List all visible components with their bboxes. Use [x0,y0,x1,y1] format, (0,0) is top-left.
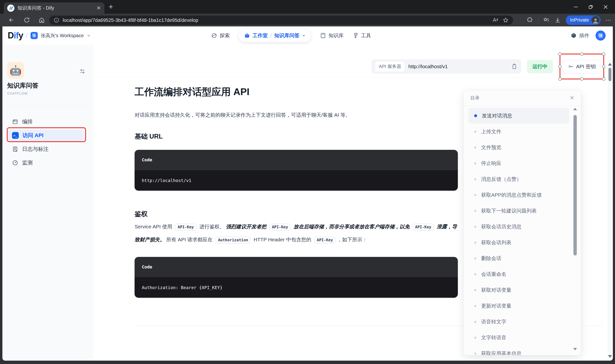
nav-plugins[interactable]: 插件 [571,32,589,39]
header-right: 插件 张 [571,26,606,45]
screen: if 知识库问答 - Dify ✕ + [0,0,615,364]
main-content: API 服务器 http://localhost/v1 运行中 API 密钥 [93,45,613,361]
toc-item-label: 获取APP的消息点赞和反馈 [481,192,542,198]
extensions-icon[interactable] [527,17,533,23]
collections-icon[interactable] [543,17,550,23]
toc-item-dot-icon [474,178,476,180]
page-scroll-up-arrow[interactable] [608,63,612,65]
inprivate-badge[interactable]: InPrivate [566,15,601,25]
api-server-url: http://localhost/v1 [408,64,511,69]
nav-studio[interactable]: 工作室 [253,32,268,39]
scroll-up-arrow[interactable] [573,108,577,110]
sidebar-item-orchestrate[interactable]: 编排 [8,116,84,128]
scroll-down-arrow[interactable] [573,348,577,350]
page-scroll-down-arrow[interactable] [608,355,612,358]
auth-text: 进行鉴权。 [198,224,226,229]
toc-scroll-thumb[interactable] [574,115,577,256]
toc-item[interactable]: 文件预览 [468,140,569,155]
toc-scrollbar[interactable] [573,108,577,352]
toc-item-label: 发送对话消息 [482,112,512,119]
toc-item[interactable]: 文字转语音 [468,330,569,346]
close-button[interactable] [598,1,613,13]
toc-panel: 目录 ✕ 发送对话消息上传文件文件预览停止响应消息反馈（点赞）获取APP的消息点… [463,90,581,355]
toc-item[interactable]: 发送对话消息 [468,108,569,124]
back-icon[interactable] [8,17,15,23]
chevron-down-icon[interactable] [86,33,91,38]
toc-item[interactable]: 获取会话历史消息 [468,219,569,234]
code-block-body[interactable]: Authorization: Bearer {API_KEY} [135,277,458,298]
toc-item-label: 文件预览 [481,144,501,151]
site-info-icon[interactable] [54,17,59,23]
toc-item[interactable]: 停止响应 [468,155,569,171]
studio-breadcrumb-pill[interactable]: 工作室 / 知识库问答 [238,29,311,42]
toc-item[interactable]: 语音转文字 [468,314,569,330]
user-avatar[interactable]: 张 [596,30,606,40]
toc-item-dot-icon [474,321,476,323]
toolbar-divider [538,17,538,23]
toc-item-label: 获取会话列表 [481,239,511,246]
nav-knowledge[interactable]: 知识库 [320,32,344,39]
toc-item-label: 消息反馈（点赞） [481,176,521,182]
inline-code-chip: API-Key [175,223,196,231]
nav-current-app[interactable]: 知识库问答 [274,32,300,39]
toc-item[interactable]: 获取APP的消息点赞和反馈 [468,187,569,203]
app-settings-icon[interactable] [79,68,85,74]
downloads-icon[interactable] [554,17,561,23]
dify-app: Dify / 张 张高兴's Workspace 探索 [2,26,613,361]
browser-toolbar: localhost/app/7da69525-3b43-4f8f-bf48-1b… [0,14,615,26]
header-left: Dify / 张 张高兴's Workspace [8,26,91,45]
toc-item-dot-icon [474,257,476,260]
toc-item[interactable]: 获取对话变量 [468,282,569,298]
toc-item-dot-icon [474,162,476,165]
toc-item-label: 获取应用基本信息 [481,350,521,355]
favorite-star-icon[interactable] [503,17,509,23]
toc-item-label: 会话重命名 [481,271,506,278]
restore-button[interactable] [583,1,598,13]
toc-close-icon[interactable]: ✕ [570,95,574,101]
annotation-box-access-api [7,127,86,142]
workspace-name[interactable]: 张高兴's Workspace [41,32,84,39]
toc-item[interactable]: 会话重命名 [468,266,569,282]
toc-item-dot-icon [474,273,476,275]
sidebar-item-logs[interactable]: 日志与标注 [8,143,84,155]
browser-tab[interactable]: if 知识库问答 - Dify ✕ [4,2,104,14]
toc-title: 目录 [470,95,570,101]
code-block-body[interactable]: http://localhost/v1 [135,170,458,191]
refresh-icon[interactable] [24,17,30,23]
toc-item-label: 删除会话 [481,255,501,262]
sidebar-item-label: 监测 [22,159,33,166]
copy-icon[interactable] [511,63,518,70]
sidebar-item-monitoring[interactable]: 监测 [8,157,84,169]
toc-item[interactable]: 上传文件 [468,124,569,140]
new-tab-button[interactable]: + [109,3,113,11]
address-bar[interactable]: localhost/app/7da69525-3b43-4f8f-bf48-1b… [49,16,513,25]
home-icon[interactable] [39,17,45,23]
toc-item[interactable]: 获取下一轮建议问题列表 [468,203,569,219]
tab-close-icon[interactable]: ✕ [97,5,101,11]
toc-item[interactable]: 获取应用基本信息 [468,346,569,355]
auth-text: 放在后端存储，而非分享或者放在客户端存储，以免 [292,224,411,229]
toc-item[interactable]: 删除会话 [468,250,569,266]
page-scrollbar[interactable] [608,60,612,360]
profile-avatar-icon[interactable] [591,16,600,24]
settings-more-icon[interactable]: ⋯ [605,17,612,24]
workspace-avatar[interactable]: 张 [30,32,38,39]
toc-item[interactable]: 消息反馈（点赞） [468,171,569,187]
nav-tools[interactable]: 工具 [352,32,371,39]
read-aloud-icon[interactable] [492,17,498,23]
toc-item-label: 语音转文字 [481,318,506,325]
chevron-down-icon[interactable] [302,34,306,38]
url-text[interactable]: localhost/app/7da69525-3b43-4f8f-bf48-1b… [63,17,492,23]
page-scroll-thumb[interactable] [609,68,611,81]
nav-explore[interactable]: 探索 [211,32,230,39]
toc-item[interactable]: 更新对话变量 [468,298,569,314]
app-icon[interactable]: 🤖 [7,62,24,79]
auth-heading: 鉴权 [135,210,148,218]
toc-item[interactable]: 获取会话列表 [468,234,569,250]
dify-logo[interactable]: Dify [8,30,23,40]
monitoring-icon [12,160,18,166]
explore-icon [211,32,217,39]
api-server-label: API 服务器 [375,62,404,72]
api-doc: 工作流编排对话型应用 API 对话应用支持会话持久化，可将之前的聊天记录作为上下… [135,77,458,361]
minimize-button[interactable] [568,1,583,13]
